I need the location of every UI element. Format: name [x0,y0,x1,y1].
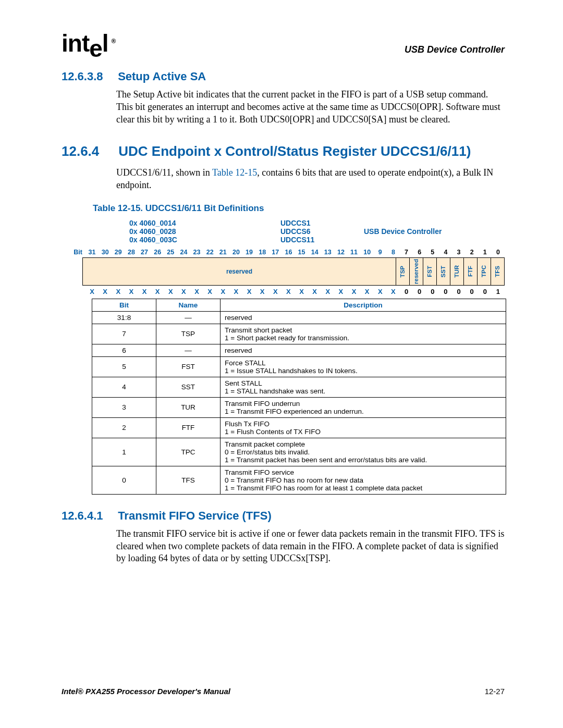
table-row: 3TURTransmit FIFO underrun 1 = Transmit … [92,397,506,417]
bit-num: 0 [492,247,505,257]
cell-name: — [156,311,221,324]
cell-name: TUR [156,397,221,417]
reset-val: X [321,288,334,295]
bit-num: 21 [216,247,229,257]
bitfield: TSP [396,257,409,286]
bit-num: 7 [400,247,413,257]
bit-description-table: Bit Name Description 31:8—reserved7TSPTr… [92,299,506,495]
cell-name: FTF [156,417,221,438]
reset-val: X [138,288,151,295]
bit-num: 31 [85,247,99,257]
regname: UDCCS6 [280,227,364,236]
cell-bit: 7 [92,324,156,344]
bit-num: 26 [151,247,164,257]
table-row: 5FSTForce STALL 1 = Issue STALL handshak… [92,356,506,377]
addr: 0x 4060_0028 [129,227,280,236]
cell-desc: Sent STALL 1 = STALL handshake was sent. [221,377,506,397]
footer-left: Intel® PXA255 Processor Developer's Manu… [62,687,230,696]
table-row: 4SSTSent STALL 1 = STALL handshake was s… [92,377,506,397]
table-row: 1TPCTransmit packet complete 0 = Error/s… [92,438,506,466]
reset-val: 0 [426,288,439,295]
section-num: 12.6.4.1 [62,509,115,523]
bit-num: 18 [256,247,269,257]
reset-val: X [177,288,190,295]
bit-num: 30 [99,247,112,257]
bit-num: 16 [282,247,295,257]
bit-num: 9 [374,247,387,257]
para-12-6-3-8: The Setup Active bit indicates that the … [116,89,505,126]
cell-name: TPC [156,438,221,466]
reset-val: 0 [479,288,492,295]
table-row: 31:8—reserved [92,311,506,324]
bitfield: reserved [409,257,423,286]
bit-num: 12 [334,247,347,257]
bitfield: TFS [491,257,505,286]
addr: 0x 4060_0014 [129,219,280,227]
cell-desc: Force STALL 1 = Issue STALL handshakes t… [221,356,506,377]
table-caption: Table 12-15. UDCCS1/6/11 Bit Definitions [93,203,505,214]
th-name: Name [156,299,221,311]
bit-num: 5 [426,247,439,257]
reset-val: X [112,288,125,295]
cell-name: FST [156,356,221,377]
bitfield: FTF [463,257,477,286]
section-title: Setup Active SA [118,70,206,83]
para-12-6-4-1: The transmit FIFO service bit is active … [116,528,505,565]
reset-val: 0 [452,288,466,295]
reset-val: X [190,288,203,295]
reset-val: X [361,288,374,295]
reset-val: 1 [492,288,505,295]
regname: UDCCS1 [280,219,364,227]
bit-num: 28 [125,247,138,257]
section-title: UDC Endpoint x Control/Status Register U… [118,143,471,159]
reset-val: X [282,288,295,295]
reset-val: X [85,288,99,295]
reset-val: X [243,288,256,295]
bit-num: 11 [348,247,361,257]
bit-num: 8 [387,247,400,257]
table-link[interactable]: Table 12-15 [212,167,257,178]
reset-val: X [216,288,229,295]
reset-val: X [295,288,308,295]
reset-val: X [151,288,164,295]
bit-num: 27 [138,247,151,257]
reset-val: 0 [413,288,426,295]
para-12-6-4: UDCCS1/6/11, shown in Table 12-15, conta… [116,167,505,192]
reset-val: 0 [466,288,479,295]
table-row: 0TFSTransmit FIFO service 0 = Transmit F… [92,466,506,494]
reset-val: X [203,288,216,295]
section-num: 12.6.4 [62,143,115,159]
module-name: USB Device Controller [364,227,442,236]
cell-name: SST [156,377,221,397]
reset-val: X [164,288,177,295]
cell-bit: 3 [92,397,156,417]
cell-desc: Transmit FIFO underrun 1 = Transmit FIFO… [221,397,506,417]
bit-num: 1 [479,247,492,257]
bit-num: 23 [190,247,203,257]
bit-num: 29 [112,247,125,257]
reset-val: X [125,288,138,295]
table-row: 2FTFFlush Tx FIFO 1 = Flush Contents of … [92,417,506,438]
bit-num: 15 [295,247,308,257]
cell-bit: 5 [92,356,156,377]
bit-label: Bit [62,249,85,256]
bitfield: TUR [450,257,463,286]
bit-num: 2 [466,247,479,257]
bit-num: 22 [203,247,216,257]
reset-val: X [308,288,321,295]
header-section: USB Device Controller [405,44,505,55]
reset-val: X [269,288,282,295]
bit-num: 19 [243,247,256,257]
cell-name: TFS [156,466,221,494]
bitfield-reserved: reserved [82,257,396,286]
cell-bit: 6 [92,344,156,356]
table-row: 7TSPTransmit short packet 1 = Short pack… [92,324,506,344]
bit-num: 24 [177,247,190,257]
regname: UDCCS11 [280,236,364,244]
bit-num: 14 [308,247,321,257]
cell-bit: 31:8 [92,311,156,324]
intel-logo: intel® [62,31,115,55]
bit-num: 6 [413,247,426,257]
reset-val: X [387,288,400,295]
cell-desc: reserved [221,311,506,324]
